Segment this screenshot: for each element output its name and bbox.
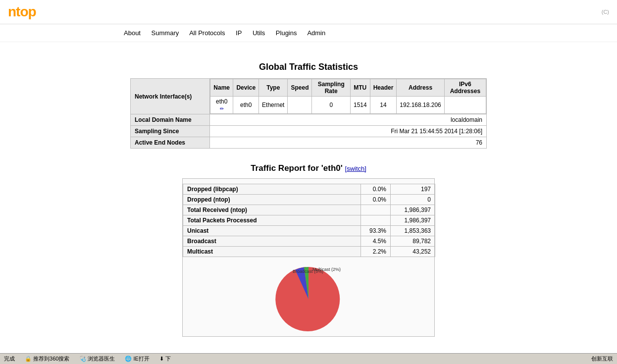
traffic-row-value: 1,986,397 xyxy=(391,215,435,226)
traffic-row-pct: 4.5% xyxy=(361,236,391,247)
traffic-report-container: Dropped (libpcap)0.0%197Dropped (ntop)0.… xyxy=(182,178,435,337)
traffic-row-label: Unicast xyxy=(183,226,361,236)
nav-admin[interactable]: Admin xyxy=(307,29,325,37)
nic-mtu: 1514 xyxy=(350,97,370,114)
nav-utils[interactable]: Utils xyxy=(253,29,265,37)
network-interface-row: Network Interface(s) Name Device Type Sp… xyxy=(131,79,487,114)
nic-device: eth0 xyxy=(233,97,259,114)
traffic-row: Dropped (ntop)0.0%0 xyxy=(183,195,435,205)
nic-address: 192.168.18.206 xyxy=(397,97,444,114)
traffic-report-table: Dropped (libpcap)0.0%197Dropped (ntop)0.… xyxy=(183,184,435,257)
active-end-nodes-label: Active End Nodes xyxy=(131,137,210,149)
traffic-row-value: 0 xyxy=(391,195,435,205)
traffic-row: Multicast2.2%43,252 xyxy=(183,247,435,257)
traffic-row-label: Broadcast xyxy=(183,236,361,247)
sampling-since-label: Sampling Since xyxy=(131,126,210,137)
edit-icon[interactable]: ✏ xyxy=(220,106,224,111)
traffic-row-label: Dropped (ntop) xyxy=(183,195,361,205)
traffic-row-label: Dropped (libpcap) xyxy=(183,184,361,195)
col-address: Address xyxy=(397,79,444,97)
traffic-row-value: 1,853,363 xyxy=(391,226,435,236)
nav-all-protocols[interactable]: All Protocols xyxy=(189,29,225,37)
pie-chart: Broadcast (5%) Multicast (2%) xyxy=(259,262,358,331)
traffic-row-value: 1,986,397 xyxy=(391,205,435,215)
traffic-row-value: 43,252 xyxy=(391,247,435,257)
nic-name: eth0 ✏ xyxy=(210,97,233,114)
local-domain-label: Local Domain Name xyxy=(131,114,210,126)
col-mtu: MTU xyxy=(350,79,370,97)
nic-header: 14 xyxy=(370,97,397,114)
traffic-row-pct xyxy=(361,205,391,215)
traffic-row: Total Packets Processed1,986,397 xyxy=(183,215,435,226)
nav-about[interactable]: About xyxy=(124,29,141,37)
col-speed: Speed xyxy=(288,79,312,97)
traffic-row: Dropped (libpcap)0.0%197 xyxy=(183,184,435,195)
traffic-row-pct: 2.2% xyxy=(361,247,391,257)
traffic-row-pct: 93.3% xyxy=(361,226,391,236)
nic-speed xyxy=(288,97,312,114)
traffic-row-label: Total Packets Processed xyxy=(183,215,361,226)
col-ipv6: IPv6 Addresses xyxy=(444,79,486,97)
active-end-nodes-row: Active End Nodes 76 xyxy=(131,137,487,149)
nav-summary[interactable]: Summary xyxy=(152,29,179,37)
traffic-row-value: 197 xyxy=(391,184,435,195)
col-header: Header xyxy=(370,79,397,97)
switch-link[interactable]: [switch] xyxy=(345,165,366,172)
traffic-row-pct xyxy=(361,215,391,226)
nav-plugins[interactable]: Plugins xyxy=(276,29,297,37)
traffic-row-pct: 0.0% xyxy=(361,195,391,205)
sampling-since-row: Sampling Since Fri Mar 21 15:44:55 2014 … xyxy=(131,126,487,137)
network-interface-label: Network Interface(s) xyxy=(131,79,210,114)
nic-type: Ethernet xyxy=(259,97,288,114)
traffic-row: Unicast93.3%1,853,363 xyxy=(183,226,435,236)
global-traffic-title: Global Traffic Statistics xyxy=(20,62,597,72)
col-sampling-rate: Sampling Rate xyxy=(312,79,350,97)
active-end-nodes-value: 76 xyxy=(210,137,487,149)
sampling-since-value: Fri Mar 21 15:44:55 2014 [1:28:06] xyxy=(210,126,487,137)
global-traffic-table: Network Interface(s) Name Device Type Sp… xyxy=(130,78,487,149)
main-content: Global Traffic Statistics Network Interf… xyxy=(0,42,617,347)
col-device: Device xyxy=(233,79,259,97)
traffic-row-label: Multicast xyxy=(183,247,361,257)
traffic-row-pct: 0.0% xyxy=(361,184,391,195)
logo: ntop xyxy=(8,4,36,20)
traffic-row: Broadcast4.5%89,782 xyxy=(183,236,435,247)
traffic-report-title: Traffic Report for 'eth0' [switch] xyxy=(20,163,597,173)
traffic-row-value: 89,782 xyxy=(391,236,435,247)
local-domain-row: Local Domain Name localdomain xyxy=(131,114,487,126)
col-type: Type xyxy=(259,79,288,97)
col-name: Name xyxy=(210,79,233,97)
network-interface-value: Name Device Type Speed Sampling Rate MTU… xyxy=(210,79,487,114)
multicast-pie-label: Multicast (2%) xyxy=(312,267,341,272)
nic-sampling-rate: 0 xyxy=(312,97,350,114)
nic-ipv6 xyxy=(444,97,486,114)
traffic-row: Total Received (ntop)1,986,397 xyxy=(183,205,435,215)
pie-chart-area: Broadcast (5%) Multicast (2%) xyxy=(183,257,434,336)
nic-header-row: Name Device Type Speed Sampling Rate MTU… xyxy=(210,79,486,97)
nic-data-row: eth0 ✏ eth0 Ethernet 0 1514 14 192.168.1… xyxy=(210,97,486,114)
copyright: (C) xyxy=(602,9,609,15)
traffic-row-label: Total Received (ntop) xyxy=(183,205,361,215)
navigation: About Summary All Protocols IP Utils Plu… xyxy=(0,24,617,42)
nav-ip[interactable]: IP xyxy=(236,29,242,37)
local-domain-value: localdomain xyxy=(210,114,487,126)
header: ntop (C) xyxy=(0,0,617,24)
